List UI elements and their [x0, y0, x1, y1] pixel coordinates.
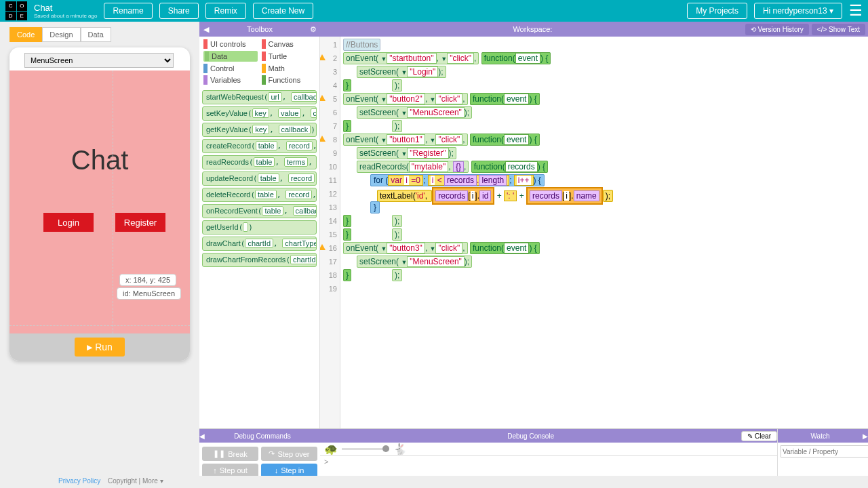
block[interactable]: readRecords(table, terms, ca...) [202, 155, 317, 169]
category-canvas[interactable]: Canvas [262, 39, 316, 49]
block[interactable]: getKeyValue(key, callback) [202, 123, 317, 137]
app-title-label: Chat [9, 145, 190, 176]
stepover-button[interactable]: ↷ Step over [261, 447, 317, 461]
login-button[interactable]: Login [43, 213, 94, 232]
mode-tabs: Code Design Data [9, 27, 199, 42]
console-prompt[interactable]: > [320, 456, 777, 467]
stepout-button[interactable]: ↑ Step out [202, 464, 258, 477]
block[interactable]: setKeyValue(key, value, call...) [202, 106, 317, 121]
hamburger-icon[interactable]: ☰ [849, 2, 863, 20]
share-button[interactable]: Share [159, 3, 199, 19]
my-projects-button[interactable]: My Projects [687, 3, 747, 19]
turtle-icon: 🐢 [324, 443, 338, 455]
tab-data[interactable]: Data [81, 27, 111, 42]
remix-button[interactable]: Remix [205, 3, 246, 19]
toolbox-collapse-icon[interactable]: ◀ [199, 25, 213, 34]
category-data[interactable]: Data [203, 51, 258, 62]
watch-input[interactable] [781, 445, 868, 458]
footer: Privacy Policy Copyright | More ▾ [0, 476, 868, 488]
phone-preview: MenuScreen Chat Login Register x: 184, y… [9, 47, 190, 361]
version-history-button[interactable]: ⟲ Version History [745, 24, 809, 35]
stepin-button[interactable]: ↓ Step in [261, 464, 317, 477]
saved-status: Saved about a minute ago [34, 13, 97, 19]
debug-panel: ◀Debug Commands ❚❚ Break ↷ Step over ↑ S… [199, 428, 868, 480]
category-ui-controls[interactable]: UI controls [203, 39, 258, 49]
category-control[interactable]: Control [203, 64, 258, 73]
tab-code[interactable]: Code [9, 27, 42, 42]
run-button[interactable]: Run [75, 338, 125, 357]
create-new-button[interactable]: Create New [253, 3, 313, 19]
register-button[interactable]: Register [115, 213, 165, 232]
block[interactable]: updateRecord(table, record, ...) [202, 171, 317, 186]
right-column: ◀ Toolbox ⚙ Workspace: ⟲ Version History… [199, 22, 868, 480]
privacy-link[interactable]: Privacy Policy [58, 477, 100, 485]
tab-design[interactable]: Design [42, 27, 80, 42]
toolbox: UI controlsCanvasDataTurtleControlMathVa… [199, 37, 320, 428]
block[interactable]: createRecord(table, record, ...) [202, 139, 317, 153]
break-button[interactable]: ❚❚ Break [202, 447, 258, 461]
screen-selector[interactable]: MenuScreen [24, 53, 174, 68]
block[interactable]: getUserId() [202, 220, 317, 235]
debug-collapse-icon[interactable]: ◀ [199, 432, 205, 440]
guide-vertical [113, 70, 113, 333]
category-turtle[interactable]: Turtle [262, 51, 316, 62]
block[interactable]: startWebRequest(url, callback) [202, 90, 317, 104]
left-column: Code Design Data MenuScreen Chat Login R… [0, 22, 199, 480]
toolbox-header: ◀ Toolbox ⚙ [199, 22, 320, 37]
guide-horizontal [9, 325, 190, 326]
code-editor[interactable]: 12345678910111213141516171819 //Buttonso… [320, 37, 868, 428]
block[interactable]: drawChartFromRecords(chartId, ...) [202, 253, 317, 267]
show-text-button[interactable]: </> Show Text [812, 24, 865, 35]
block[interactable]: onRecordEvent(table, callback) [202, 204, 317, 218]
id-tooltip: id: MenuScreen [117, 287, 181, 300]
top-bar: CODE Chat Saved about a minute ago Renam… [0, 0, 868, 22]
watch-expand-icon[interactable]: ▶ [863, 432, 868, 440]
block[interactable]: drawChart(chartId, chartType, ...) [202, 237, 317, 251]
category-math[interactable]: Math [262, 64, 316, 73]
block[interactable]: deleteRecord(table, record, ...) [202, 188, 317, 202]
project-title: Chat [34, 3, 97, 13]
user-menu[interactable]: Hi nerdyperson13 ▾ [754, 3, 842, 19]
workspace-header: Workspace: ⟲ Version History </> Show Te… [320, 22, 868, 37]
category-variables[interactable]: Variables [203, 75, 258, 85]
rename-button[interactable]: Rename [104, 3, 152, 19]
category-functions[interactable]: Functions [262, 75, 316, 85]
gear-icon[interactable]: ⚙ [307, 25, 320, 34]
rabbit-icon: 🐇 [393, 443, 407, 455]
project-title-block: Chat Saved about a minute ago [34, 3, 97, 19]
more-link[interactable]: More ▾ [142, 477, 163, 485]
clear-button[interactable]: ✎ Clear [741, 431, 777, 441]
coord-tooltip: x: 184, y: 425 [119, 274, 176, 286]
logo: CODE [5, 1, 27, 20]
speed-slider[interactable] [342, 448, 389, 450]
